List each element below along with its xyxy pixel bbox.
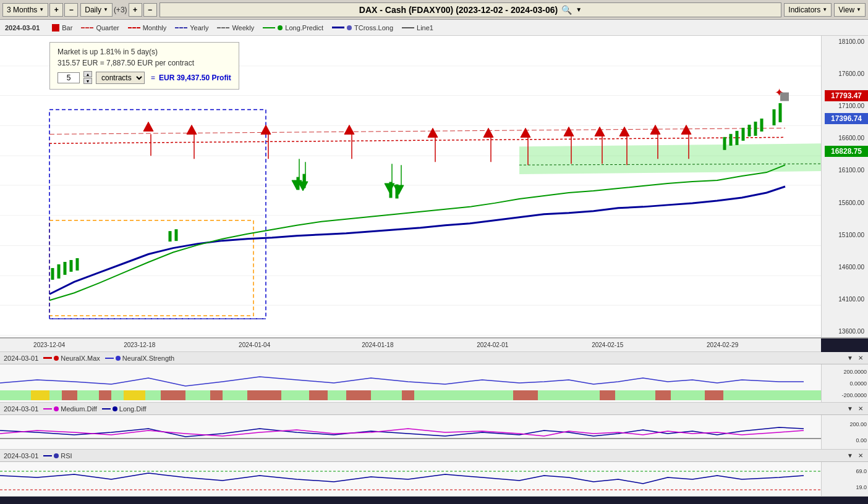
interval-add-btn[interactable]: + <box>129 3 142 17</box>
svg-rect-35 <box>773 110 775 125</box>
svg-rect-20 <box>70 261 72 272</box>
rsi-close-btn[interactable]: ✕ <box>857 452 864 459</box>
legend-quarter-item: Quarter <box>81 24 119 32</box>
legend-longpredict-label: Long.Predict <box>285 24 323 32</box>
rsi-collapse-btn[interactable]: ▼ <box>846 452 854 459</box>
legend-line1-item: Line1 <box>402 24 433 32</box>
timeframe-dropdown[interactable]: 3 Months <box>2 3 48 17</box>
svg-marker-43 <box>521 128 530 137</box>
timeframe-sub-btn[interactable]: − <box>64 3 78 17</box>
svg-line-14 <box>49 128 785 134</box>
diff-panel: 2024-03-01 Medium.Diff Long.Diff ▼ ✕ 200… <box>0 403 868 450</box>
svg-marker-39 <box>261 125 271 134</box>
legend-longpredict-item: Long.Predict <box>263 24 323 32</box>
svg-rect-19 <box>64 262 66 274</box>
svg-marker-63 <box>385 183 394 193</box>
rsi-svg <box>0 462 821 497</box>
rsi-icon <box>43 455 52 456</box>
legend-tcrosslong-item: TCross.Long <box>332 24 393 32</box>
svg-marker-42 <box>483 128 493 137</box>
svg-marker-37 <box>143 122 153 131</box>
diff-chart-area: 200.00 0.00 <box>0 415 868 450</box>
svg-rect-83 <box>600 390 615 400</box>
diff-panel-header: 2024-03-01 Medium.Diff Long.Diff ▼ ✕ <box>0 403 868 415</box>
svg-rect-23 <box>175 230 177 241</box>
longpredict-icon <box>263 27 275 28</box>
rsi-legend: RSI <box>43 452 72 460</box>
indicators-dropdown[interactable]: Indicators <box>784 3 832 17</box>
svg-marker-38 <box>187 125 197 134</box>
interval-sub-btn[interactable]: − <box>143 3 157 17</box>
diff-y2: 0.00 <box>823 437 867 443</box>
neural-chart-area: 200.0000 0.0000 -200.0000 <box>0 364 868 403</box>
interval-group: Daily (+3) + − <box>80 3 156 17</box>
svg-rect-81 <box>402 390 414 400</box>
neural-panel-header: 2024-03-01 NeuralX.Max NeuralX.Strength … <box>0 352 868 364</box>
svg-rect-10 <box>49 220 253 316</box>
price-16600: 16600.00 <box>823 135 867 141</box>
neural-close-btn[interactable]: ✕ <box>857 355 864 361</box>
xdate-5: 2024-02-01 <box>477 342 508 348</box>
main-chart[interactable]: ✦ 18100.00 17600.00 17100.00 16600.00 16… <box>0 36 868 338</box>
price-13600: 13600.00 <box>823 328 867 335</box>
contracts-dropdown[interactable]: contracts <box>96 72 145 84</box>
svg-marker-45 <box>595 127 605 136</box>
svg-rect-72 <box>31 390 49 400</box>
xdate-2: 2023-12-18 <box>124 342 155 348</box>
search-dropdown-icon[interactable]: ▼ <box>576 6 582 13</box>
interval-dropdown[interactable]: Daily <box>80 3 113 17</box>
long-diff-label: Long.Diff <box>119 405 147 413</box>
neural-y2: 0.0000 <box>823 380 867 387</box>
legend-date: 2024-03-01 <box>5 24 40 32</box>
timeframe-add-btn[interactable]: + <box>49 3 63 17</box>
svg-rect-31 <box>742 128 744 140</box>
legend-bar-label: Bar <box>62 24 72 32</box>
diff-y1: 200.00 <box>823 421 867 427</box>
view-dropdown[interactable]: View <box>834 3 866 17</box>
diff-close-btn[interactable]: ✕ <box>857 405 864 412</box>
rsi-panel: 2024-03-01 RSI ▼ ✕ 69.0 19.0 <box>0 450 868 497</box>
legend-quarter-label: Quarter <box>96 24 119 32</box>
line1-icon <box>402 27 414 28</box>
neural-max-icon <box>43 357 52 359</box>
legend-yearly-label: Yearly <box>190 24 208 32</box>
neural-legend2: NeuralX.Strength <box>105 355 174 362</box>
svg-rect-82 <box>513 390 538 400</box>
svg-rect-21 <box>76 259 79 271</box>
long-diff-dot <box>113 406 117 411</box>
long-diff-icon <box>102 408 111 410</box>
price-16100: 16100.00 <box>823 167 867 174</box>
search-icon[interactable]: 🔍 <box>561 5 572 15</box>
spinner-up-btn[interactable]: ▲ <box>83 71 92 77</box>
svg-marker-12 <box>519 143 821 174</box>
tooltip-title: Market is up 1.81% in 5 day(s) <box>57 48 231 56</box>
tooltip-box: Market is up 1.81% in 5 day(s) 315.57 EU… <box>49 42 239 90</box>
diff-date: 2024-03-01 <box>4 405 38 413</box>
tcrosslong-dot <box>347 25 352 30</box>
diff-collapse-btn[interactable]: ▼ <box>846 405 854 412</box>
spinner-down-btn[interactable]: ▼ <box>83 78 92 84</box>
rsi-chart-area: 69.0 19.0 <box>0 462 868 497</box>
longpredict-dot <box>278 25 283 30</box>
neural-y3: -200.0000 <box>823 392 867 398</box>
svg-rect-77 <box>210 390 223 400</box>
svg-rect-30 <box>736 131 738 145</box>
xdate-4: 2024-01-18 <box>362 342 393 348</box>
svg-rect-33 <box>754 122 757 135</box>
neural-date: 2024-03-01 <box>4 355 38 362</box>
legend-bar-item: Bar <box>52 24 72 32</box>
svg-rect-36 <box>779 104 781 122</box>
diff-controls: ▼ ✕ <box>846 405 864 412</box>
neural-collapse-btn[interactable]: ▼ <box>846 355 854 361</box>
svg-marker-46 <box>619 127 629 136</box>
tooltip-sub: 315.57 EUR = 7,887.50 EUR per contract <box>57 59 231 67</box>
svg-rect-85 <box>705 390 723 400</box>
svg-rect-18 <box>57 264 60 278</box>
toolbar: 3 Months + − Daily (+3) + − DAX - Cash (… <box>0 0 868 20</box>
xdate-7: 2024-02-29 <box>707 342 738 348</box>
x-axis: 2023-12-04 2023-12-18 2024-01-04 2024-01… <box>0 338 821 352</box>
price-14100: 14100.00 <box>823 296 867 303</box>
quarter-icon <box>81 27 93 28</box>
contracts-input[interactable] <box>57 72 80 83</box>
svg-rect-78 <box>247 390 281 400</box>
